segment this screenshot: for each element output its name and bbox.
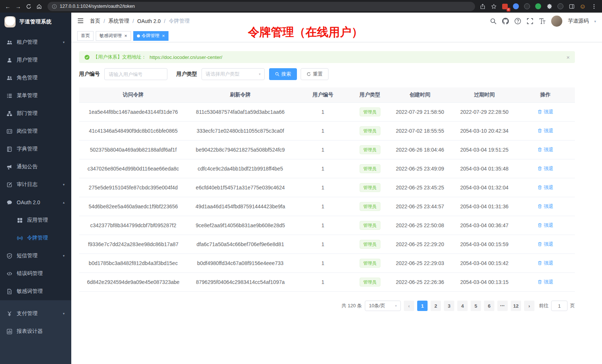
sidebar-subitem-oauth2-token[interactable]: 令牌管理 [0,229,71,247]
create-time-cell: 2022-07-29 21:58:50 [387,103,453,122]
browser-menu-icon[interactable] [590,3,598,10]
sidebar-item-sensitive-word[interactable]: 敏感词管理 [0,282,71,300]
force-logout-button[interactable]: 强退 [537,165,553,172]
refresh-token-cell: 333ecfc71e02480cb11055c875c3ca0f [187,122,293,140]
sidebar-item-menu[interactable]: 菜单管理 [0,87,71,105]
app-logo-row[interactable]: 芋道管理系统 [0,13,71,31]
sidebar-item-error-code[interactable]: 错误码管理 [0,265,71,282]
sidebar-item-audit-log[interactable]: 审计日志 ▾ [0,176,71,193]
reset-button[interactable]: 重置 [301,68,328,80]
trash-icon [537,242,542,246]
sidebar-item-notice[interactable]: 通知公告 [0,158,71,176]
sidebar-item-oauth2[interactable]: OAuth 2.0 ▴ [0,193,71,211]
sidebar-item-pay[interactable]: 支付管理 ▾ [0,305,71,322]
extensions-puzzle-icon[interactable] [546,3,553,10]
user-avatar[interactable] [551,16,562,27]
browser-profile-avatar[interactable]: ☺ [579,3,586,10]
sidebar-item-dict[interactable]: 字典管理 [0,140,71,158]
chevron-down-icon: ▾ [259,72,261,76]
page-ellipsis-button[interactable]: ••• [497,301,508,311]
page-button-2[interactable]: 2 [431,301,441,311]
force-logout-button[interactable]: 强退 [537,260,553,267]
sidebar-item-tenant[interactable]: 租户管理 ▾ [0,33,71,51]
expire-time-cell: 2054-03-04 00:15:59 [453,235,516,254]
sidebar-item-user[interactable]: 用户管理 [0,51,71,69]
tab-close-icon[interactable]: × [124,33,127,38]
force-logout-button[interactable]: 强退 [537,279,553,285]
next-page-button[interactable]: › [524,301,534,311]
extension-icon-blue[interactable] [512,3,520,10]
page-jump-input[interactable] [551,301,567,311]
extension-icon-gray[interactable] [557,3,564,10]
user-name[interactable]: 芋道源码 [568,18,589,24]
sidebar-toggle-icon[interactable] [77,17,85,25]
last-page-button[interactable]: 12 [511,301,521,311]
tab-close-icon[interactable]: × [162,33,165,38]
force-logout-button[interactable]: 强退 [537,184,553,191]
sidebar-item-label: 短信管理 [17,252,58,259]
extension-icon-dark[interactable] [523,3,531,10]
site-info-icon[interactable] [52,4,57,9]
tab-home[interactable]: 首页 [77,31,94,41]
page-button-6[interactable]: 6 [484,301,494,311]
browser-back-icon[interactable]: ← [3,1,13,11]
refresh-icon [307,72,311,76]
user-menu-caret-icon[interactable]: ▾ [594,19,596,23]
force-logout-button[interactable]: 强退 [537,203,553,210]
share-icon[interactable] [479,3,486,10]
force-logout-button[interactable]: 强退 [537,109,553,115]
breadcrumb: 首页/系统管理/OAuth 2.0/令牌管理 [90,18,190,24]
force-logout-button[interactable]: 强退 [537,222,553,229]
search-icon[interactable] [490,18,497,24]
sidebar-menu: 租户管理 ▾ 用户管理 角色管理 菜单管理 部门管理 岗位管理 字典管理 通知公… [0,31,71,300]
user-type-select[interactable]: 请选择用户类型 ▾ [202,68,265,80]
force-logout-button[interactable]: 强退 [537,146,553,153]
sidebar-item-report-designer[interactable]: 报表设计器 [0,322,71,340]
table-row: 54d6be82ee5a460a9aedc1f9bf223656 49d1aa4… [79,197,575,216]
breadcrumb-item[interactable]: 系统管理 [108,18,129,24]
tab-sensitive-word[interactable]: 敏感词管理 × [96,31,131,41]
user-id-cell: 1 [293,216,353,235]
force-logout-button[interactable]: 强退 [537,128,553,134]
breadcrumb-item[interactable]: 首页 [90,18,100,24]
browser-home-icon[interactable] [34,1,44,11]
user-type-tag: 管理员 [360,107,380,116]
help-icon[interactable] [514,18,521,24]
page-size-select[interactable]: 10条/页 ▾ [365,301,401,311]
page-button-3[interactable]: 3 [444,301,454,311]
sidebar-item-label: 错误码管理 [17,270,65,277]
page-button-4[interactable]: 4 [457,301,468,311]
sidebar-subitem-oauth2-application[interactable]: 应用管理 [0,211,71,229]
tab-oauth2-token[interactable]: 令牌管理 × [133,31,169,41]
sidebar-item-sms[interactable]: 短信管理 ▾ [0,247,71,265]
page-button-5[interactable]: 5 [471,301,481,311]
url-bar[interactable]: 127.0.0.1:1024/system/oauth2/token [48,2,475,11]
alert-close-icon[interactable]: × [566,54,570,60]
page-button-1[interactable]: 1 [417,301,428,311]
book-icon [7,146,12,152]
sidebar-item-post[interactable]: 岗位管理 [0,122,71,140]
breadcrumb-item[interactable]: OAuth 2.0 [137,18,161,24]
font-size-icon[interactable] [539,18,546,24]
browser-reload-icon[interactable] [24,1,33,11]
github-icon[interactable] [502,18,509,24]
bookmark-star-icon[interactable] [490,3,497,10]
force-logout-button[interactable]: 强退 [537,241,553,248]
extension-icon-green[interactable] [534,3,542,10]
user-type-tag: 管理员 [360,202,380,211]
prev-page-button[interactable]: ‹ [404,301,414,311]
fullscreen-icon[interactable] [527,18,533,24]
table-row: c342377bf8b344799dcbf7bf095287f2 9ce8ef2… [79,216,575,235]
chevron-down-icon: ▾ [63,254,65,258]
doc-link[interactable]: https://doc.iocoder.cn/user-center/ [150,54,222,60]
user-id-label: 用户编号 [79,71,100,77]
side-panel-icon[interactable] [568,3,575,10]
extension-icon-red[interactable]: 0 [501,3,508,10]
column-header: 创建时间 [387,87,453,103]
chat-icon [7,200,12,205]
browser-forward-icon[interactable]: → [13,1,23,11]
sidebar-item-role[interactable]: 角色管理 [0,69,71,87]
sidebar-item-dept[interactable]: 部门管理 [0,105,71,122]
search-button[interactable]: 搜索 [269,68,297,80]
user-id-input[interactable] [104,68,167,80]
